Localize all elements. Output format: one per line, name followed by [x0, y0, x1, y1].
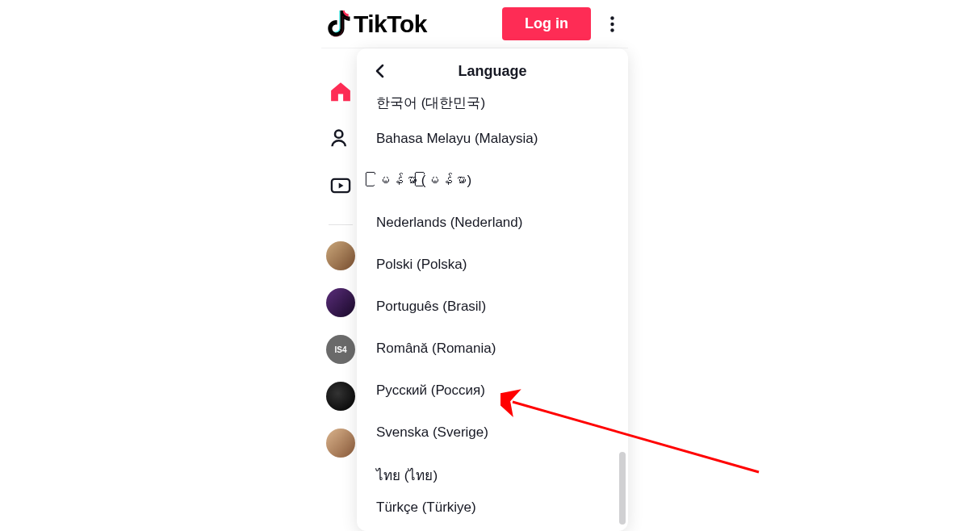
sidebar: IS4 [321, 48, 360, 531]
suggested-account-4[interactable] [326, 382, 355, 411]
sidebar-divider [329, 224, 353, 225]
suggested-account-5[interactable] [326, 429, 355, 458]
language-option[interactable]: ไทย (ไทย) [376, 454, 609, 495]
panel-header: Language [357, 48, 628, 94]
live-icon [329, 174, 352, 197]
svg-point-2 [610, 28, 614, 31]
svg-point-1 [610, 22, 614, 25]
header: TikTok Log in [321, 0, 628, 48]
person-icon [329, 128, 352, 150]
back-button[interactable] [370, 61, 389, 81]
following-nav[interactable] [326, 124, 355, 153]
language-option[interactable]: Русский (Россия) [376, 370, 609, 412]
suggested-account-2[interactable] [326, 288, 355, 317]
content: IS4 Language 한국어 (대한민국) Bahasa Melayu (M… [321, 48, 628, 531]
suggested-account-1[interactable] [326, 241, 355, 270]
home-icon [329, 80, 353, 104]
language-option[interactable]: Română (Romania) [376, 328, 609, 370]
language-option[interactable]: Bahasa Melayu (Malaysia) [376, 118, 609, 160]
chevron-left-icon [375, 64, 384, 78]
language-option[interactable]: Português (Brasil) [376, 286, 609, 328]
live-nav[interactable] [326, 171, 355, 200]
svg-point-0 [610, 16, 614, 19]
home-nav[interactable] [326, 77, 355, 107]
tiktok-logo[interactable]: TikTok [321, 10, 427, 38]
language-option[interactable]: Türkçe (Türkiye) [376, 495, 609, 520]
language-option[interactable]: Nederlands (Nederland) [376, 202, 609, 244]
more-menu-button[interactable] [602, 10, 622, 39]
brand-text: TikTok [354, 10, 427, 38]
language-option[interactable]: မြန်မာ (မြန်မာ) [376, 160, 609, 202]
suggested-account-3[interactable]: IS4 [326, 335, 355, 364]
header-actions: Log in [502, 7, 622, 40]
language-option[interactable]: Polski (Polska) [376, 244, 609, 286]
panel-title: Language [458, 63, 526, 80]
language-panel: Language 한국어 (대한민국) Bahasa Melayu (Malay… [357, 48, 628, 531]
language-option[interactable]: 한국어 (대한민국) [376, 94, 609, 118]
app-frame: TikTok Log in [321, 0, 628, 531]
scrollbar-thumb[interactable] [619, 452, 626, 525]
language-list[interactable]: 한국어 (대한민국) Bahasa Melayu (Malaysia) မြန်… [357, 94, 628, 531]
login-button[interactable]: Log in [502, 7, 591, 40]
tiktok-note-icon [326, 10, 350, 38]
kebab-icon [610, 16, 614, 32]
language-option[interactable]: Svenska (Sverige) [376, 412, 609, 454]
